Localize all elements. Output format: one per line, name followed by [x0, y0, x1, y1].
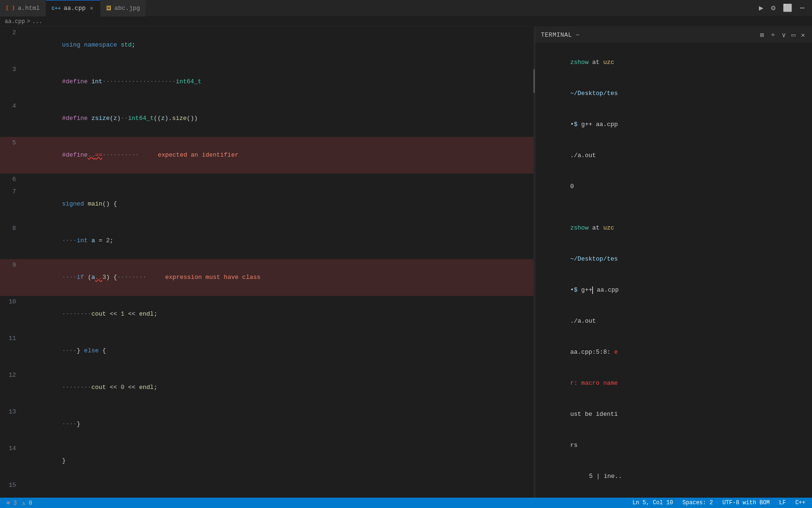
line-num-6: 6: [0, 174, 23, 186]
line-content-8: ····int a = 2;: [23, 222, 535, 259]
code-line-12: 12 ········cout << 0 << endl;: [0, 369, 535, 406]
code-line-8: 8 ····int a = 2;: [0, 222, 535, 259]
terminal-dropdown-icon[interactable]: ∨: [781, 30, 787, 40]
status-language[interactable]: C++: [793, 500, 807, 506]
code-line-9: 9 ····if (a..3) {········expression must…: [0, 259, 535, 296]
settings-icon[interactable]: ⚙: [769, 1, 778, 15]
line-num-3: 3: [0, 64, 23, 76]
line-content-7: signed main() {: [23, 186, 535, 222]
status-bar: ⊗ 3 ⚠ 0 Ln 5, Col 10 Spaces: 2 UTF-8 wit…: [0, 498, 812, 508]
jpg-icon: 🖼: [106, 5, 111, 11]
line-content-12: ········cout << 0 << endl;: [23, 369, 535, 406]
status-right: Ln 5, Col 10 Spaces: 2 UTF-8 with BOM LF…: [631, 500, 807, 506]
run-icon[interactable]: ▶: [757, 1, 765, 15]
html-icon: { }: [6, 5, 15, 11]
line-content-2: using namespace std;: [23, 27, 535, 64]
status-encoding[interactable]: UTF-8 with BOM: [720, 500, 772, 506]
code-line-4: 4 #define zsize(z)··int64_t((z).size()): [0, 100, 535, 137]
status-left: ⊗ 3 ⚠ 0: [5, 500, 36, 507]
terminal-body[interactable]: zshow at uzc ~/Desktop/tes •$ g++ aa.cpp…: [535, 43, 812, 498]
line-content-6: [23, 174, 535, 186]
scrollbar-thumb[interactable]: [533, 69, 535, 93]
code-editor[interactable]: 2 using namespace std; 3 #define int····…: [0, 27, 535, 492]
more-icon[interactable]: ⋯: [798, 1, 806, 15]
title-bar-actions: ▶ ⚙ ⬜ ⋯: [757, 1, 812, 15]
line-num-15: 15: [0, 479, 23, 492]
line-content-10: ········cout << 1 << endl;: [23, 296, 535, 333]
main-layout: 2 using namespace std; 3 #define int····…: [0, 27, 812, 498]
breadcrumb-sep: >: [27, 18, 30, 25]
cpp-icon: C++: [52, 6, 61, 11]
line-num-14: 14: [0, 443, 23, 455]
line-num-10: 10: [0, 296, 23, 308]
term-line-8: ~/Desktop/tes: [541, 244, 806, 275]
layout-icon[interactable]: ⬜: [781, 1, 794, 15]
tab-html[interactable]: { } a.html: [0, 0, 46, 16]
code-line-6: 6: [0, 174, 535, 186]
line-num-12: 12: [0, 369, 23, 381]
status-spaces[interactable]: Spaces: 2: [680, 500, 715, 506]
line-num-2: 2: [0, 27, 23, 39]
status-ln-col[interactable]: Ln 5, Col 10: [631, 500, 675, 506]
breadcrumb: aa.cpp > ...: [0, 16, 812, 27]
line-content-13: ····}: [23, 406, 535, 443]
line-num-11: 11: [0, 333, 23, 345]
line-content-9: ····if (a..3) {········expression must h…: [23, 259, 535, 296]
breadcrumb-file: aa.cpp: [5, 18, 25, 25]
term-line-10: ./a.out: [541, 306, 806, 337]
code-line-2: 2 using namespace std;: [0, 27, 535, 64]
term-line-1: zshow at uzc: [541, 47, 806, 78]
line-content-4: #define zsize(z)··int64_t((z).size()): [23, 100, 535, 137]
terminal-header-icons: ⊞ ＋ ∨ ▭ ✕: [758, 29, 806, 40]
status-warnings[interactable]: ⚠ 0: [20, 500, 34, 507]
line-num-13: 13: [0, 406, 23, 418]
editor-scrollbar[interactable]: [533, 27, 535, 498]
line-num-5: 5: [0, 137, 23, 149]
editor-pane[interactable]: 2 using namespace std; 3 #define int····…: [0, 27, 535, 498]
tab-list: { } a.html C++ aa.cpp ✕ 🖼 abc.jpg: [0, 0, 146, 16]
tab-cpp[interactable]: C++ aa.cpp ✕: [46, 0, 101, 16]
tab-html-label: a.html: [18, 5, 40, 12]
code-line-3: 3 #define int····················int64_t: [0, 64, 535, 100]
term-line-2: ~/Desktop/tes: [541, 78, 806, 109]
term-line-13: ust be identi: [541, 399, 806, 430]
line-content-11: ····} else {: [23, 333, 535, 369]
term-line-9: •$ g++ aa.cpp: [541, 275, 806, 306]
term-line-4: ./a.out: [541, 140, 806, 171]
terminal-more-icon[interactable]: ⋯: [576, 32, 579, 39]
terminal-title: TERMINAL: [541, 32, 572, 39]
line-num-8: 8: [0, 222, 23, 235]
terminal-maximize-icon[interactable]: ▭: [790, 30, 796, 40]
line-content-3: #define int····················int64_t: [23, 64, 535, 100]
line-content-14: }: [23, 443, 535, 479]
term-line-11: aa.cpp:5:8: e: [541, 337, 806, 368]
term-line-3: •$ g++ aa.cpp: [541, 109, 806, 140]
code-line-5: 5 #define..==··········expected an ident…: [0, 137, 535, 174]
status-errors[interactable]: ⊗ 3 ⚠ 0: [5, 500, 36, 507]
tab-jpg-label: abc.jpg: [114, 5, 140, 12]
terminal-close-icon[interactable]: ✕: [800, 30, 806, 40]
term-line-12: r: macro name: [541, 368, 806, 399]
error-count: ⊗ 3: [7, 500, 17, 507]
term-line-7: zshow at uzc: [541, 213, 806, 244]
line-content-5: #define..==··········expected an identif…: [23, 137, 535, 174]
term-line-16: |^: [541, 492, 806, 498]
line-num-9: 9: [0, 259, 23, 271]
line-num-4: 4: [0, 100, 23, 112]
code-line-10: 10 ········cout << 1 << endl;: [0, 296, 535, 333]
breadcrumb-path: ...: [32, 18, 42, 25]
line-content-15: [23, 479, 535, 492]
terminal-split-icon[interactable]: ⊞: [758, 30, 765, 40]
code-line-13: 13 ····}: [0, 406, 535, 443]
tab-cpp-close[interactable]: ✕: [88, 4, 94, 13]
code-line-14: 14 }: [0, 443, 535, 479]
tab-jpg[interactable]: 🖼 abc.jpg: [101, 0, 146, 16]
terminal-header: TERMINAL ⋯ ⊞ ＋ ∨ ▭ ✕: [535, 27, 812, 43]
term-line-5: 0: [541, 171, 806, 202]
term-line-14: rs: [541, 430, 806, 461]
terminal-add-icon[interactable]: ＋: [768, 29, 778, 40]
code-line-11: 11 ····} else {: [0, 333, 535, 369]
status-eol[interactable]: LF: [777, 500, 788, 506]
code-line-7: 7 signed main() {: [0, 186, 535, 222]
terminal-pane: TERMINAL ⋯ ⊞ ＋ ∨ ▭ ✕ zshow at uzc ~/Desk…: [535, 27, 812, 498]
